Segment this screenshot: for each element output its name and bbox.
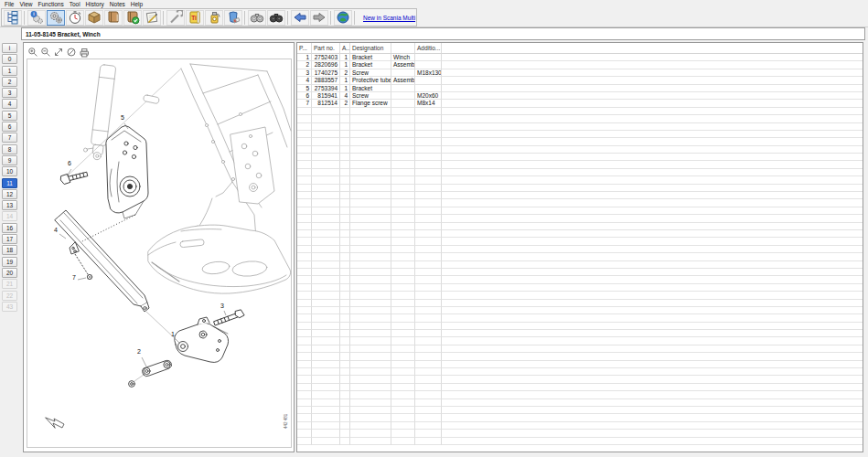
cell-designation [350,337,391,345]
menu-item-tool[interactable]: Tool [67,0,83,8]
table-row[interactable]: 428835571Protective tubeAssembly [297,77,863,84]
reset-view-button[interactable] [66,47,77,58]
toolbar-button-service-tools[interactable] [166,10,185,26]
cell-additional [415,215,442,222]
callout-1[interactable]: 1 [171,331,175,337]
cell-part-no [312,123,340,131]
toolbar-button-package[interactable] [85,10,103,26]
cell-qty: 1 [340,54,350,61]
menu-item-notes[interactable]: Notes [107,0,128,8]
sidebar-item-12[interactable]: 12 [2,189,17,199]
sidebar-item-7[interactable]: 7 [2,133,17,143]
forward-arrow-icon [312,10,327,25]
toolbar-button-search-binoculars[interactable] [248,10,266,26]
sidebar-item-4[interactable]: 4 [2,99,17,109]
cell-designation [350,138,391,145]
column-header-part-no[interactable]: Part no. [312,43,340,54]
toolbar-separator [163,11,164,25]
table-row[interactable]: 68159414ScrewM20x60 [297,92,863,100]
sidebar-item-1[interactable]: 1 [2,66,17,76]
sidebar-item-18[interactable]: 18 [2,245,17,255]
column-header-pos[interactable]: P... [297,43,312,54]
toolbar-button-globe[interactable] [334,10,352,26]
toolbar-button-search-dark-binoculars[interactable] [267,10,285,26]
cell-filler [442,276,863,283]
cell-part-no [312,438,340,445]
column-header-additional[interactable]: Additio... [415,43,442,54]
zoom-area-button[interactable] [53,47,64,58]
table-row[interactable]: 228206961BracketAssembly [297,61,863,69]
menu-item-help[interactable]: Help [128,0,145,8]
sidebar-item-6[interactable]: 6 [2,122,17,132]
print-button[interactable] [79,47,90,58]
menu-item-view[interactable]: View [16,0,35,8]
cell-additional [415,238,442,245]
column-header-extra[interactable] [391,43,415,54]
table-row[interactable]: 317402752ScrewM18x130 [297,69,863,77]
toolbar-button-back-arrow[interactable] [291,10,309,26]
callout-5[interactable]: 5 [121,114,124,121]
toolbar-button-notes[interactable] [143,10,161,26]
sidebar-item-9[interactable]: 9 [2,155,17,165]
sidebar-item-10[interactable]: 10 [2,166,17,176]
column-header-designation[interactable]: Designation [350,43,391,54]
toolbar-button-book[interactable] [104,10,123,26]
cell-additional [415,230,442,238]
cell-qty [340,330,350,337]
cell-qty [340,131,350,138]
callout-3[interactable]: 3 [220,303,224,309]
sidebar-item-13[interactable]: 13 [2,200,17,210]
sidebar-item-5[interactable]: 5 [2,111,17,121]
sidebar-item-2[interactable]: 2 [2,77,17,87]
cell-filler [442,138,863,145]
cell-pos [297,399,312,407]
cell-qty [340,368,350,376]
callout-2[interactable]: 2 [137,348,141,355]
toolbar-button-ti-document[interactable]: Ti [186,10,204,26]
sidebar-item-16[interactable]: 16 [2,223,17,233]
sidebar-item-19[interactable]: 19 [2,257,17,267]
sidebar-item-11[interactable]: 11 [2,178,17,188]
table-row[interactable]: 527533941Bracket [297,85,863,92]
sidebar-item-17[interactable]: 17 [2,234,17,244]
toolbar-button-consumables[interactable] [224,10,242,26]
toolbar-button-parts-info[interactable]: i [27,10,46,26]
cell-qty [340,361,350,368]
table-row [297,399,863,407]
table-row[interactable]: 127524031BracketWinch [297,54,863,61]
cell-filler [442,100,863,107]
callout-7[interactable]: 7 [72,274,76,281]
zoom-out-button[interactable] [40,47,51,58]
sidebar-item-3[interactable]: 3 [2,88,17,98]
new-in-scania-multi-link[interactable]: New in Scania Multi [363,15,415,21]
sidebar-item-8[interactable]: 8 [2,144,17,154]
table-row [297,199,863,207]
table-row[interactable]: 78125142Flange screwM8x14 [297,100,863,107]
cell-filler [442,430,863,437]
zoom-in-button[interactable] [27,47,38,58]
toolbar-button-parts-catalogue[interactable] [47,10,65,26]
cell-filler [442,368,863,376]
column-header-qty[interactable]: A... [340,43,350,54]
cell-pos [297,261,312,269]
cell-extra [391,438,415,445]
cell-part-no [312,199,340,207]
toolbar-button-product-structure[interactable] [4,10,22,26]
toolbar-button-book-check[interactable] [123,10,142,26]
cell-additional [415,276,442,283]
callout-4[interactable]: 4 [54,227,58,233]
cell-filler [442,54,863,61]
table-row [297,391,863,399]
toolbar-button-history-clock[interactable] [66,10,84,26]
toolbar-button-forward-arrow[interactable] [310,10,328,26]
sidebar-item-0[interactable]: 0 [2,54,17,64]
cell-part-no [312,230,340,238]
menu-item-functions[interactable]: Functions [35,0,66,8]
toolbar-button-lubrication[interactable] [205,10,223,26]
sidebar-item-20[interactable]: 20 [2,268,17,278]
menu-item-history[interactable]: History [83,0,107,8]
cell-part-no [312,399,340,407]
callout-6[interactable]: 6 [68,160,71,166]
sidebar-item-i[interactable]: i [2,43,17,53]
menu-item-file[interactable]: File [2,0,16,8]
